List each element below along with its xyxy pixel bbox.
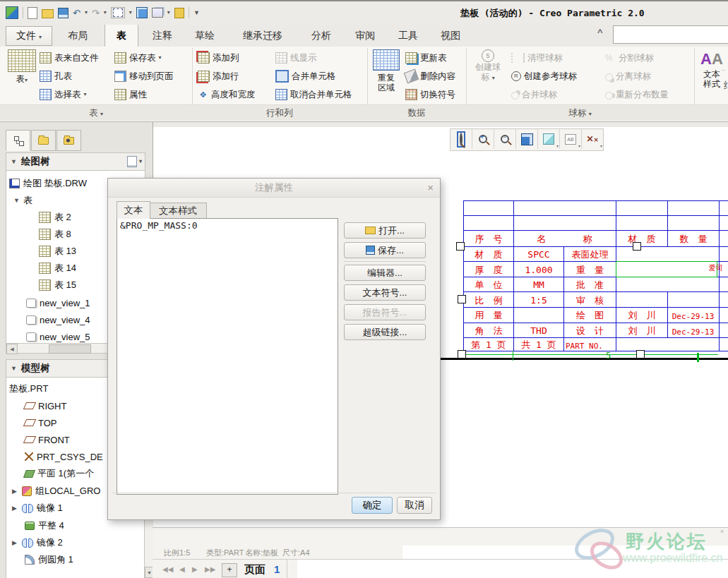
- toggle-symbols-button[interactable]: 切换符号: [405, 87, 455, 102]
- panel-tab-folder-browser[interactable]: [31, 130, 56, 151]
- tree-item-surface-1[interactable]: 平面 1(第一个: [25, 466, 94, 481]
- tab-table[interactable]: 表: [105, 24, 138, 47]
- cell-page-num[interactable]: 第 1 页: [464, 338, 513, 351]
- tree-item-table-15[interactable]: 表 15: [39, 278, 76, 292]
- tree-item-drawing-root[interactable]: 绘图 垫板.DRW: [9, 176, 87, 191]
- cell-angle-value[interactable]: THD: [514, 324, 563, 337]
- hyperlink-button[interactable]: 超级链接...: [344, 324, 426, 340]
- tab-analysis[interactable]: 分析: [304, 26, 339, 44]
- page-number[interactable]: 1: [274, 563, 280, 575]
- tree-item-new-view-4[interactable]: new_view_4: [26, 313, 90, 327]
- cell-design-date[interactable]: Dec-29-13: [668, 325, 718, 339]
- tree-settings-icon[interactable]: [127, 156, 137, 167]
- tree-item-part-root[interactable]: 垫板.PRT: [9, 382, 48, 396]
- cell-approve-label[interactable]: 批 准: [565, 278, 615, 291]
- cell-thickness-label[interactable]: 厚 度: [464, 263, 513, 277]
- tree-item-flatten-4[interactable]: 平整 4: [25, 519, 64, 533]
- collapse-arrow-icon[interactable]: ▼: [11, 158, 17, 165]
- save-button[interactable]: 保存...: [344, 242, 426, 258]
- tree-item-csys[interactable]: PRT_CSYS_DE: [25, 450, 103, 464]
- panel-tab-favorites[interactable]: ✱: [56, 130, 81, 151]
- cell-angle-label[interactable]: 角 法: [464, 324, 513, 337]
- hole-table-button[interactable]: 孔表: [40, 68, 72, 84]
- redo-dropdown-icon[interactable]: ▾: [104, 10, 107, 16]
- create-ref-balloon-button[interactable]: R创建参考球标: [511, 68, 577, 84]
- cell-page-total[interactable]: 共 1 页: [514, 338, 563, 351]
- selection-handle[interactable]: [458, 295, 466, 303]
- cell-weight-label[interactable]: 重 量: [565, 263, 615, 277]
- selection-handle[interactable]: [456, 242, 465, 251]
- save-table-button[interactable]: 保存表▾: [114, 50, 162, 66]
- next-page-icon[interactable]: ▶: [192, 565, 198, 573]
- text-symbol-button[interactable]: 文本符号...: [344, 284, 426, 301]
- tab-layout[interactable]: 布局: [59, 26, 96, 44]
- cell-qty-label[interactable]: 数 量: [669, 232, 718, 246]
- tree-item-front-plane[interactable]: FRONT: [25, 433, 70, 447]
- add-sheet-button[interactable]: +: [222, 563, 237, 577]
- cell-scale-value[interactable]: 1:5: [514, 294, 563, 307]
- redo-icon[interactable]: ↷: [92, 8, 100, 18]
- tab-file[interactable]: 文件 ▾: [6, 26, 52, 46]
- cell-design-by[interactable]: 刘 川: [617, 324, 667, 337]
- tab-sketch[interactable]: 草绘: [186, 26, 223, 44]
- hscroll-thumb[interactable]: [49, 344, 91, 354]
- new-file-icon[interactable]: [28, 7, 37, 19]
- ok-button[interactable]: 确定: [352, 497, 393, 514]
- zoom-in-button[interactable]: +: [472, 129, 494, 149]
- cell-unit-value[interactable]: MM: [514, 278, 563, 291]
- tab-tools[interactable]: 工具: [391, 26, 425, 44]
- tree-item-table-14[interactable]: 表 14: [39, 261, 76, 275]
- dialog-tab-text-style[interactable]: 文本样式: [149, 203, 207, 219]
- tree-item-round-1[interactable]: 倒圆角 1: [25, 553, 73, 567]
- group-label-balloon[interactable]: 球标 ▾: [466, 105, 694, 121]
- cell-material2-label[interactable]: 材 质: [464, 248, 513, 261]
- tree-item-table-13[interactable]: 表 13: [39, 244, 76, 258]
- update-table-button[interactable]: 更新表: [405, 50, 447, 66]
- table-properties-button[interactable]: 属性: [114, 87, 147, 102]
- tree-settings-dropdown-icon[interactable]: ▾: [139, 159, 142, 164]
- group-label-table[interactable]: 表 ▾: [0, 105, 192, 121]
- tree-item-table-group[interactable]: ▼表: [13, 193, 32, 207]
- repeat-region-button[interactable]: 重复区域: [370, 49, 402, 92]
- cell-design-label[interactable]: 设 计: [565, 324, 615, 337]
- zoom-out-button[interactable]: −: [494, 129, 516, 149]
- dialog-close-icon[interactable]: ×: [427, 181, 434, 195]
- annotation-text-area[interactable]: &PRO_MP_MASS:0: [117, 218, 338, 495]
- cell-name-label[interactable]: 名 称: [514, 232, 615, 246]
- cell-drawn-by[interactable]: 刘 川: [617, 308, 667, 322]
- selection-handle[interactable]: [458, 350, 466, 359]
- datum-display-button[interactable]: ✕✕▾: [582, 129, 603, 149]
- zoom-window-button[interactable]: [450, 129, 472, 149]
- cell-material-label[interactable]: 材 质: [617, 232, 667, 246]
- select-filter-button[interactable]: [111, 7, 125, 18]
- panel-tab-model-tree[interactable]: [6, 130, 30, 151]
- select-table-button[interactable]: 选择表▾: [40, 87, 87, 102]
- windows-icon[interactable]: [152, 8, 163, 18]
- undo-icon[interactable]: ↶: [73, 8, 80, 18]
- cell-seq-label[interactable]: 序 号: [464, 232, 513, 246]
- cell-usage-label[interactable]: 用 量: [464, 308, 513, 322]
- cell-part-no[interactable]: PART NO.: [566, 339, 615, 353]
- merge-cells-button[interactable]: 合并单元格: [275, 68, 336, 84]
- tree-item-table-8[interactable]: 表 8: [39, 227, 71, 241]
- dialog-tab-text[interactable]: 文本: [117, 201, 150, 219]
- scroll-left-icon[interactable]: ◀: [6, 344, 18, 354]
- tab-view[interactable]: 视图: [432, 26, 469, 44]
- last-page-icon[interactable]: ▶▶: [205, 565, 215, 573]
- open-button[interactable]: 打开...: [344, 222, 426, 239]
- tree-item-new-view-5[interactable]: new_view_5: [26, 330, 90, 343]
- move-to-page-button[interactable]: 移动到页面: [114, 68, 174, 84]
- dialog-title-bar[interactable]: 注解属性: [108, 179, 440, 198]
- tab-legacy[interactable]: 继承迁移: [227, 26, 298, 44]
- tree-item-mirror-2[interactable]: ▶镜像 2: [12, 536, 63, 550]
- tree-item-new-view-1[interactable]: new_view_1: [26, 296, 90, 310]
- more-commands-icon[interactable]: ▼: [193, 10, 200, 16]
- cancel-button[interactable]: 取消: [397, 497, 432, 514]
- cell-thickness-value[interactable]: 1.000: [514, 263, 563, 277]
- drawtree-header[interactable]: ▼ 绘图树 ▾: [6, 152, 145, 171]
- creo-logo-icon[interactable]: [6, 6, 18, 19]
- tab-review[interactable]: 审阅: [347, 26, 383, 44]
- command-search-input[interactable]: [613, 25, 728, 44]
- cell-scale-label[interactable]: 比 例: [464, 294, 513, 307]
- add-column-button[interactable]: 添加列: [198, 50, 239, 66]
